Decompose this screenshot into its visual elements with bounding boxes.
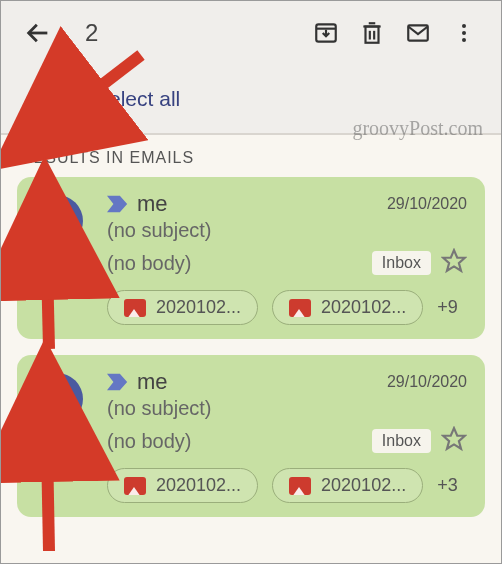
email-sender: me	[137, 191, 379, 217]
email-subject: (no subject)	[107, 395, 467, 422]
email-snippet: (no body)	[107, 250, 192, 277]
image-icon	[289, 299, 311, 317]
attachment-chip[interactable]: 2020102...	[107, 290, 258, 325]
selected-count: 2	[85, 19, 303, 47]
inbox-label: Inbox	[372, 251, 431, 275]
important-icon[interactable]	[107, 195, 129, 213]
svg-point-11	[462, 31, 466, 35]
svg-point-10	[462, 24, 466, 28]
select-all-checkbox[interactable]	[35, 86, 61, 112]
email-item[interactable]: me 29/10/2020 (no subject) (no body) Inb…	[17, 177, 485, 339]
email-date: 29/10/2020	[387, 373, 467, 391]
toolbar: 2	[1, 1, 501, 65]
attachment-name: 2020102...	[156, 297, 241, 318]
attachment-chip[interactable]: 2020102...	[107, 468, 258, 503]
image-icon	[124, 477, 146, 495]
attachment-chip[interactable]: 2020102...	[272, 468, 423, 503]
attachment-name: 2020102...	[156, 475, 241, 496]
selected-avatar-icon[interactable]	[31, 373, 83, 425]
email-sender: me	[137, 369, 379, 395]
watermark: groovyPost.com	[352, 117, 483, 140]
email-subject: (no subject)	[107, 217, 467, 244]
attachment-more-count[interactable]: +3	[437, 475, 458, 496]
svg-rect-4	[366, 27, 379, 43]
important-icon[interactable]	[107, 373, 129, 391]
attachment-name: 2020102...	[321, 297, 406, 318]
svg-marker-16	[443, 428, 465, 449]
star-button[interactable]	[441, 426, 467, 456]
attachment-name: 2020102...	[321, 475, 406, 496]
delete-button[interactable]	[349, 10, 395, 56]
section-header: RESULTS IN EMAILS	[1, 135, 501, 177]
select-all-label: Select all	[95, 87, 180, 111]
email-snippet: (no body)	[107, 428, 192, 455]
attachment-chip[interactable]: 2020102...	[272, 290, 423, 325]
email-item[interactable]: me 29/10/2020 (no subject) (no body) Inb…	[17, 355, 485, 517]
star-button[interactable]	[441, 248, 467, 278]
image-icon	[289, 477, 311, 495]
selected-avatar-icon[interactable]	[31, 195, 83, 247]
image-icon	[124, 299, 146, 317]
svg-marker-14	[443, 250, 465, 271]
back-button[interactable]	[15, 10, 61, 56]
svg-marker-15	[107, 374, 127, 391]
archive-button[interactable]	[303, 10, 349, 56]
svg-point-12	[462, 38, 466, 42]
svg-marker-13	[107, 196, 127, 213]
attachment-more-count[interactable]: +9	[437, 297, 458, 318]
mark-unread-button[interactable]	[395, 10, 441, 56]
inbox-label: Inbox	[372, 429, 431, 453]
more-button[interactable]	[441, 10, 487, 56]
email-date: 29/10/2020	[387, 195, 467, 213]
